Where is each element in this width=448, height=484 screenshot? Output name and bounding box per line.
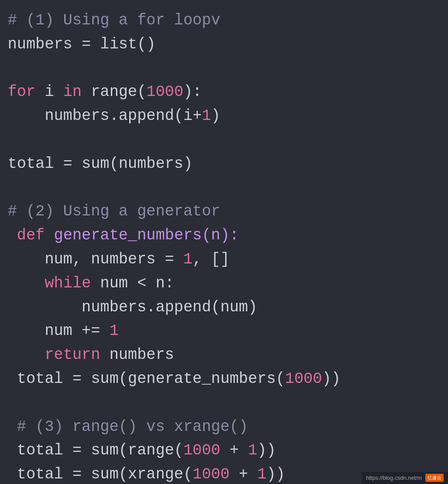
code-line xyxy=(8,176,439,200)
code-token: 1 xyxy=(248,442,258,459)
code-token: range( xyxy=(82,83,146,101)
code-token: numbers.append(num) xyxy=(8,299,257,316)
code-token: 1 xyxy=(110,322,119,340)
code-line: total = sum(range(1000 + 1)) xyxy=(8,439,439,463)
code-token: 1000 xyxy=(146,83,183,101)
code-token: 1000 xyxy=(183,442,220,459)
code-token: # (1) Using a for loopv xyxy=(8,12,220,29)
code-token: 1000 xyxy=(285,370,322,388)
code-line: def generate_numbers(n): xyxy=(8,224,439,248)
code-line: numbers.append(num) xyxy=(8,296,439,320)
code-token: 1000 xyxy=(193,466,229,483)
code-line: # (2) Using a generator xyxy=(8,200,439,224)
code-line: # (3) range() vs xrange() xyxy=(8,415,439,439)
code-token: while xyxy=(45,275,91,292)
code-token: return xyxy=(45,346,100,364)
code-token: + xyxy=(220,442,248,459)
code-token: 1 xyxy=(202,107,211,125)
code-line: num, numbers = 1, [] xyxy=(8,248,439,272)
code-token: ): xyxy=(184,83,202,101)
code-line: return numbers xyxy=(8,343,439,367)
code-token: 1 xyxy=(183,251,193,268)
code-token: total = sum(generate_numbers( xyxy=(8,370,285,388)
code-token: num < n: xyxy=(91,275,174,292)
code-token: total = sum(range( xyxy=(8,442,183,459)
code-line: total = sum(generate_numbers(1000)) xyxy=(8,367,439,391)
code-token: 1 xyxy=(257,466,267,483)
code-token xyxy=(8,275,45,292)
footer-bar: https://blog.csdn.net/m 亿速云 xyxy=(362,472,448,484)
code-token: numbers = list() xyxy=(8,36,156,53)
code-token: total = sum(numbers) xyxy=(8,155,193,173)
code-token: num, numbers = xyxy=(8,251,183,268)
code-token: ) xyxy=(211,107,220,125)
code-token: numbers.append(i+ xyxy=(8,107,202,125)
code-token xyxy=(8,346,45,364)
code-token: num += xyxy=(8,322,110,340)
code-token: , [] xyxy=(193,251,229,268)
code-token: def xyxy=(17,227,45,244)
code-token: )) xyxy=(322,370,341,388)
code-token: # (3) range() vs xrange() xyxy=(8,418,248,436)
code-token: i xyxy=(36,83,63,101)
code-token: generate_numbers(n): xyxy=(54,227,239,244)
code-token: total = sum(xrange( xyxy=(8,466,193,483)
code-line: # (1) Using a for loopv xyxy=(8,9,439,33)
code-line: for i in range(1000): xyxy=(8,80,439,104)
code-token xyxy=(8,227,17,244)
code-line: num += 1 xyxy=(8,319,439,343)
code-token: # (2) Using a generator xyxy=(8,203,220,220)
code-line xyxy=(8,128,439,152)
code-line: while num < n: xyxy=(8,272,439,296)
code-token: for xyxy=(8,83,36,101)
code-line: numbers = list() xyxy=(8,33,439,57)
code-line xyxy=(8,391,439,415)
footer-logo: 亿速云 xyxy=(425,474,444,482)
code-token: numbers xyxy=(100,346,174,364)
code-editor: # (1) Using a for loopvnumbers = list() … xyxy=(0,0,448,484)
code-line xyxy=(8,57,439,81)
code-line: total = sum(numbers) xyxy=(8,152,439,176)
code-token: in xyxy=(63,83,82,101)
code-token: + xyxy=(230,466,258,483)
code-token: )) xyxy=(257,442,276,459)
footer-url: https://blog.csdn.net/m xyxy=(366,474,422,482)
code-line: numbers.append(i+1) xyxy=(8,104,439,128)
code-token: )) xyxy=(267,466,285,483)
code-token xyxy=(45,227,54,244)
